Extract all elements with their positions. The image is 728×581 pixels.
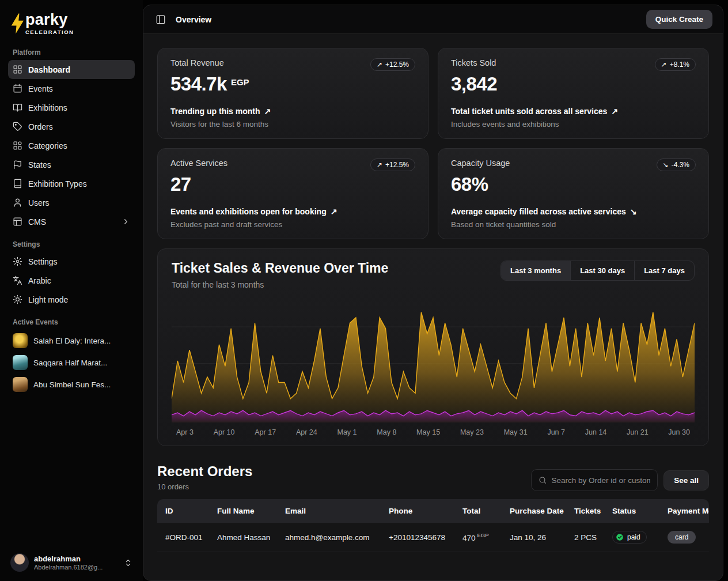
trend-down-icon: ↘ (630, 207, 637, 216)
stat-title: Capacity Usage (451, 159, 510, 168)
stat-unit: EGP (231, 77, 249, 87)
orders-title: Recent Orders (157, 463, 252, 480)
trend-badge: ↗+12.5% (370, 159, 415, 171)
settings-nav: Settings Arabic Light mode (8, 252, 135, 309)
cell-full-name: Ahmed Hassan (209, 523, 277, 552)
currency-label: EGP (477, 532, 489, 538)
event-title: Salah El Daly: Intera... (33, 337, 111, 345)
col-purchase-date: Purchase Date (502, 499, 566, 523)
language-icon (13, 276, 22, 285)
sidebar-item-label: Orders (28, 122, 53, 131)
stat-subcaption: Includes events and exhibitions (451, 120, 696, 129)
calendar-icon (13, 84, 22, 93)
blocks-icon (13, 141, 22, 150)
range-last-30-days[interactable]: Last 30 days (570, 261, 634, 280)
stats-grid: Total Revenue ↗+12.5% 534.7kEGP Trending… (157, 48, 709, 239)
x-tick: Apr 17 (255, 428, 276, 436)
cell-phone: +201012345678 (381, 523, 454, 552)
flag-icon (13, 160, 22, 169)
x-tick: Apr 10 (214, 428, 235, 436)
col-email: Email (277, 499, 381, 523)
badge-value: -4.3% (672, 161, 689, 169)
x-tick: May 1 (337, 428, 357, 436)
sidebar: parky CELEBRATION Platform Dashboard Eve… (0, 0, 143, 581)
see-all-button[interactable]: See all (663, 470, 709, 491)
sidebar-item-label: Users (28, 198, 50, 207)
stat-title: Active Services (170, 159, 227, 168)
sidebar-item-arabic[interactable]: Arabic (8, 271, 135, 290)
sidebar-toggle-button[interactable] (154, 13, 168, 27)
table-row[interactable]: #ORD-001 Ahmed Hassan ahmed.h@example.co… (157, 523, 709, 552)
x-tick: May 8 (377, 428, 396, 436)
sidebar-item-dashboard[interactable]: Dashboard (8, 60, 135, 79)
event-thumbnail (13, 377, 28, 392)
order-search[interactable] (531, 469, 658, 491)
topbar: Overview Quick Create (143, 5, 723, 34)
active-events-nav: Salah El Daly: Intera... Saqqara Half Ma… (8, 330, 135, 395)
user-email: Abdelrahman.6182@g... (34, 564, 119, 571)
trend-down-icon: ↘ (663, 161, 669, 169)
active-event-item[interactable]: Salah El Daly: Intera... (8, 330, 135, 352)
x-tick: Jun 30 (668, 428, 690, 436)
trend-badge: ↘-4.3% (657, 159, 696, 171)
sales-chart-card: Ticket Sales & Revenue Over Time Total f… (157, 248, 709, 446)
cell-status: paid (604, 523, 659, 552)
cell-purchase-date: Jan 10, 26 (502, 523, 566, 552)
stat-title: Tickets Sold (451, 58, 496, 67)
sidebar-item-light-mode[interactable]: Light mode (8, 290, 135, 309)
stat-subcaption: Excludes past and draft services (170, 220, 415, 229)
platform-section-label: Platform (13, 48, 130, 56)
stat-value: 3,842 (451, 73, 696, 95)
stat-card-total-revenue: Total Revenue ↗+12.5% 534.7kEGP Trending… (157, 48, 429, 139)
chart-subtitle: Total for the last 3 months (172, 280, 388, 289)
range-last-3-months[interactable]: Last 3 months (501, 261, 570, 280)
sidebar-item-label: Settings (28, 257, 58, 266)
stat-caption: Total ticket units sold across all servi… (451, 107, 696, 116)
sidebar-item-categories[interactable]: Categories (8, 136, 135, 155)
brand-logo: parky CELEBRATION (9, 12, 134, 36)
sidebar-item-settings[interactable]: Settings (8, 252, 135, 271)
sidebar-item-cms[interactable]: CMS (8, 212, 135, 231)
col-total: Total (454, 499, 502, 523)
badge-value: +8.1% (670, 61, 689, 69)
stat-card-capacity-usage: Capacity Usage ↘-4.3% 68% Average capaci… (438, 148, 709, 239)
quick-create-button[interactable]: Quick Create (646, 10, 712, 29)
sidebar-item-label: Events (28, 84, 53, 93)
event-thumbnail (13, 333, 28, 348)
stat-caption: Average capacity filled across active se… (451, 207, 696, 216)
stat-card-active-services: Active Services ↗+12.5% 27 Events and ex… (157, 148, 429, 239)
sidebar-item-users[interactable]: Users (8, 193, 135, 212)
col-phone: Phone (381, 499, 454, 523)
book-icon (13, 179, 22, 188)
sidebar-item-states[interactable]: States (8, 155, 135, 174)
user-icon (13, 198, 22, 207)
sidebar-item-exhibitions[interactable]: Exhibitions (8, 98, 135, 117)
lightning-bolt-icon (9, 12, 26, 36)
sidebar-item-orders[interactable]: Orders (8, 117, 135, 136)
search-input[interactable] (551, 476, 650, 485)
trend-up-icon: ↗ (661, 61, 667, 69)
active-event-item[interactable]: Abu Simbel Sun Fes... (8, 373, 135, 395)
stat-card-tickets-sold: Tickets Sold ↗+8.1% 3,842 Total ticket u… (438, 48, 709, 139)
range-last-7-days[interactable]: Last 7 days (634, 261, 694, 280)
sidebar-item-exhibition-types[interactable]: Exhibition Types (8, 174, 135, 193)
panel-left-icon (156, 14, 166, 25)
x-tick: Apr 3 (176, 428, 194, 436)
cell-tickets: 2 PCS (566, 523, 604, 552)
chevron-right-icon (122, 217, 130, 226)
col-status: Status (604, 499, 659, 523)
content-area: Total Revenue ↗+12.5% 534.7kEGP Trending… (143, 34, 723, 580)
sidebar-item-events[interactable]: Events (8, 79, 135, 98)
chart-title: Ticket Sales & Revenue Over Time (172, 261, 388, 276)
col-id: ID (157, 499, 209, 523)
active-event-item[interactable]: Saqqara Half Marat... (8, 352, 135, 373)
badge-value: +12.5% (385, 61, 409, 69)
cell-order-id: #ORD-001 (157, 523, 209, 552)
x-tick: Jun 21 (627, 428, 649, 436)
platform-nav: Dashboard Events Exhibitions Orders Cate… (8, 60, 135, 231)
sidebar-item-label: Light mode (28, 295, 68, 304)
chart-x-axis: Apr 3 Apr 10 Apr 17 Apr 24 May 1 May 8 M… (172, 428, 695, 436)
user-menu[interactable]: abdelrahman Abdelrahman.6182@g... (6, 550, 137, 575)
recent-orders-section: Recent Orders 10 orders See all (157, 463, 709, 552)
tag-icon (13, 122, 22, 131)
